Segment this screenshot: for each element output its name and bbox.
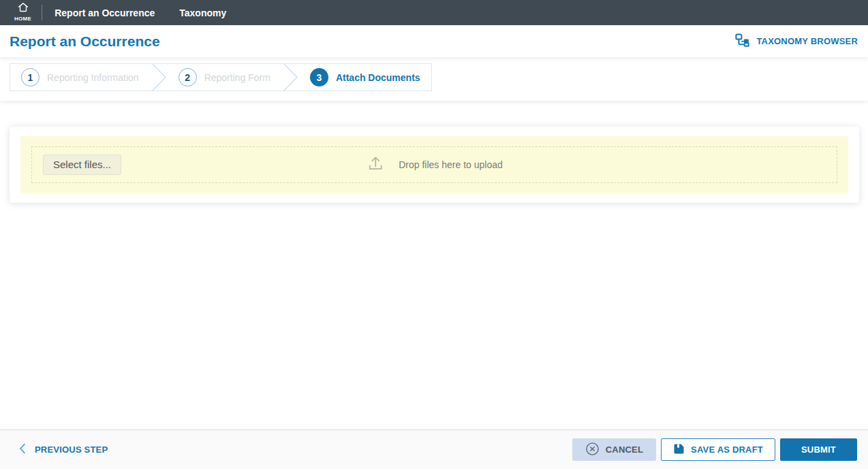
submit-button[interactable]: SUBMIT (780, 438, 857, 461)
nav-item-label: Report an Occurrence (55, 7, 155, 18)
top-nav-bar: HOME Report an Occurrence Taxonomy (0, 0, 868, 25)
step-number-badge: 2 (179, 68, 197, 86)
cancel-label: CANCEL (606, 444, 643, 455)
nav-item-taxonomy[interactable]: Taxonomy (167, 0, 238, 25)
taxonomy-browser-link[interactable]: TAXONOMY BROWSER (735, 33, 858, 49)
previous-step-button[interactable]: PREVIOUS STEP (14, 443, 108, 456)
attach-documents-card: Select files... Drop files here to uploa… (10, 127, 859, 203)
upload-tray-arrow-icon (366, 155, 384, 175)
submit-label: SUBMIT (801, 444, 836, 455)
footer-action-bar: PREVIOUS STEP CANCEL SAVE AS DRAFT (0, 430, 868, 469)
home-button[interactable]: HOME (0, 0, 42, 25)
content-area: Select files... Drop files here to uploa… (0, 101, 868, 430)
page-header: Report an Occurrence TAXONOMY BROWSER (0, 25, 868, 57)
circle-x-icon (585, 442, 600, 458)
save-as-draft-label: SAVE AS DRAFT (691, 444, 763, 455)
step-reporting-information[interactable]: 1 Reporting Information (10, 64, 150, 91)
nav-item-report-occurrence[interactable]: Report an Occurrence (42, 0, 167, 25)
upload-zone: Select files... Drop files here to uploa… (20, 136, 848, 193)
taxonomy-browser-label: TAXONOMY BROWSER (756, 36, 858, 46)
step-number-badge: 3 (310, 68, 328, 86)
step-reporting-form[interactable]: 2 Reporting Form (168, 64, 281, 91)
home-icon (17, 2, 29, 15)
step-attach-documents[interactable]: 3 Attach Documents (299, 64, 431, 91)
step-separator-chevron (150, 64, 168, 91)
save-as-draft-button[interactable]: SAVE AS DRAFT (661, 438, 775, 461)
home-label: HOME (14, 16, 31, 22)
cancel-button[interactable]: CANCEL (572, 438, 656, 461)
drop-files-hint: Drop files here to upload (366, 155, 503, 175)
file-dropzone[interactable]: Select files... Drop files here to uploa… (31, 146, 837, 183)
step-label: Reporting Form (204, 72, 270, 83)
tree-hierarchy-icon (735, 33, 751, 49)
wizard-stepper: 1 Reporting Information 2 Reporting Form… (10, 63, 432, 91)
page-title: Report an Occurrence (10, 33, 160, 50)
drop-files-text: Drop files here to upload (399, 159, 503, 170)
step-label: Attach Documents (336, 72, 420, 83)
floppy-disk-icon (673, 443, 685, 457)
chevron-left-icon (19, 443, 26, 456)
previous-step-label: PREVIOUS STEP (35, 444, 108, 455)
stepper-section: 1 Reporting Information 2 Reporting Form… (0, 57, 868, 101)
select-files-button[interactable]: Select files... (43, 155, 121, 175)
footer-actions: CANCEL SAVE AS DRAFT SUBMIT (572, 438, 857, 461)
step-separator-chevron (281, 64, 299, 91)
step-number-badge: 1 (21, 68, 40, 86)
step-label: Reporting Information (47, 72, 139, 83)
nav-item-label: Taxonomy (179, 7, 226, 18)
